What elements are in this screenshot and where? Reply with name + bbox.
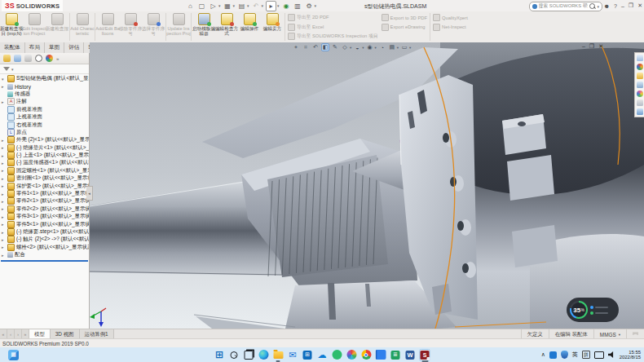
tree-item-component[interactable]: ▸零件1<1> (默认<<默认>_显示状态 xyxy=(0,190,89,197)
photos-app-icon[interactable] xyxy=(346,350,357,360)
toolbox-icon[interactable] xyxy=(637,73,643,79)
ime-pinyin-indicator[interactable]: 拼 xyxy=(582,351,590,359)
taskbar-clock[interactable]: 15:55 2022/8/15 xyxy=(620,350,641,360)
select-cursor-icon[interactable]: ▸ xyxy=(266,1,276,11)
login-user-icon[interactable]: ☻ xyxy=(603,2,610,10)
export-excel-button[interactable]: 导出至 Excel xyxy=(288,24,378,31)
hidden-icons-chevron[interactable]: ∧ xyxy=(541,351,545,358)
tree-item-component[interactable]: ▸零件2<1> (默认<<默认>_显示状态 xyxy=(0,197,89,205)
green-circle-app-icon[interactable] xyxy=(332,350,342,360)
undo-caret[interactable]: ▾ xyxy=(262,3,264,8)
file-explorer-pane-icon[interactable] xyxy=(637,82,643,88)
file-properties-icon[interactable]: ▥ xyxy=(293,2,302,11)
rebuild-icon[interactable]: ◉ xyxy=(282,2,291,11)
tab-sketch[interactable]: 草图 xyxy=(45,42,64,53)
edge-icon[interactable] xyxy=(258,350,269,360)
design-library-icon[interactable] xyxy=(637,64,643,70)
forum-icon[interactable] xyxy=(637,108,643,115)
tree-item-component[interactable]: ▸保护套<1> (默认<<默认>_显示状 xyxy=(0,182,89,189)
green-square-app-icon[interactable]: ≣ xyxy=(390,350,401,360)
panel-tabs-overflow[interactable]: » xyxy=(56,56,59,61)
widgets-icon[interactable]: ▦ xyxy=(8,350,19,360)
tree-item-component[interactable]: ▸(-) 绝缘套.step<1> (默认<<默认> xyxy=(0,228,89,236)
appearances-scenes-icon[interactable] xyxy=(637,90,643,97)
ribbon-remove-balloons-button[interactable]: 移除零件序号 xyxy=(119,11,142,41)
view-settings-icon[interactable]: ▭ xyxy=(400,43,408,51)
save-icon[interactable]: ▦ xyxy=(223,2,232,11)
zoom-area-icon[interactable]: ⌗ xyxy=(302,43,310,51)
tree-item-mates[interactable]: ▸配合 xyxy=(0,251,89,258)
view-orientation-caret[interactable]: ▾ xyxy=(350,46,351,50)
property-manager-tab-icon[interactable] xyxy=(14,55,21,62)
export-2d-pdf-button[interactable]: 导出至 2D PDF xyxy=(288,14,378,21)
tree-item-component[interactable]: ▸零件5<1> (默认<<默认>_显示状态 xyxy=(0,220,89,227)
help-button[interactable]: ? xyxy=(614,3,617,9)
ribbon-edit-inspection-project-button[interactable]: Edit Inspection Project xyxy=(23,11,46,41)
tree-item-component[interactable]: ▸外壳 (2)<1> (默认<<默认>_显示状 xyxy=(0,136,89,143)
display-manager-tab-icon[interactable] xyxy=(46,55,53,62)
ribbon-add-characteristic-button[interactable]: Add Characteristic xyxy=(71,11,94,41)
task-view-icon[interactable] xyxy=(244,350,254,360)
doc-close-button[interactable]: ✕ xyxy=(598,43,603,50)
export-3d-pdf-button[interactable]: Export to 3D PDF xyxy=(382,14,427,21)
tree-item-front-plane[interactable]: ▸前视基准面 xyxy=(0,106,89,113)
tree-item-component[interactable]: ▸(-) 绝缘垫片<1> (默认<<默认>_显 xyxy=(0,144,89,152)
print-icon[interactable]: ▤ xyxy=(237,2,246,11)
edit-appearance-icon[interactable]: ◔ xyxy=(378,43,386,51)
doc-restore-button[interactable]: ❐ xyxy=(589,43,594,50)
qualityxpert-button[interactable]: QualityXpert xyxy=(433,14,468,21)
ribbon-select-balloons-button[interactable]: 选择零件序号 xyxy=(142,11,165,41)
doc-minimize-button[interactable]: – xyxy=(582,43,585,50)
graphics-viewport[interactable]: ⌖ ⌗ ↶ ◧ ✎ ◇▾ ◒▾ ◉▾ ◔ ▤▾ ▭▾ – ❐ ✕ 35% xyxy=(90,42,644,329)
annotation-views-icon[interactable]: ✎ xyxy=(331,43,339,51)
tree-item-component[interactable]: ▸(-) 触片 (2)<2> ->? (默认<<默认> xyxy=(0,236,89,243)
tree-item-annotations[interactable]: ▸A注解 xyxy=(0,98,89,105)
new-document-icon[interactable]: ▢ xyxy=(197,2,206,11)
tray-blue-app-icon[interactable] xyxy=(549,351,557,359)
search-box[interactable]: 搜索 SOLIDWORKS 帮助 ▾ xyxy=(529,2,602,11)
custom-properties-icon[interactable] xyxy=(637,99,643,106)
tray-shield-icon[interactable] xyxy=(561,351,568,359)
restore-button[interactable]: ❐ xyxy=(629,2,633,9)
solidworks-resources-icon[interactable] xyxy=(637,55,643,61)
tree-item-component[interactable]: ▸零件2<2> (默认<<默认>_显示状态 xyxy=(0,205,89,213)
solidworks-taskbar-icon[interactable]: S xyxy=(420,350,430,360)
export-edrawing-button[interactable]: Export eDrawing xyxy=(382,24,427,31)
taskbar-search-icon[interactable] xyxy=(229,350,240,360)
ribbon-new-inspection-project-button[interactable]: 新建检查项目 (imp;N) xyxy=(0,11,23,41)
save-caret[interactable]: ▾ xyxy=(233,3,236,8)
w-app-icon[interactable]: W xyxy=(405,350,416,360)
configuration-manager-tab-icon[interactable] xyxy=(24,55,32,62)
tree-item-sensors[interactable]: ▸传感器 xyxy=(0,90,89,98)
volume-icon[interactable] xyxy=(608,351,615,358)
net-inspect-button[interactable]: Net-Inspect xyxy=(433,24,468,31)
tab-evaluate[interactable]: 评估 xyxy=(64,42,84,53)
filter-caret[interactable]: ▾ xyxy=(11,67,14,72)
panel-splitter-handle[interactable]: ◂ xyxy=(86,186,93,201)
hide-show-caret[interactable]: ▾ xyxy=(375,46,377,50)
search-caret[interactable]: ▾ xyxy=(597,4,599,9)
rollback-bar[interactable] xyxy=(1,260,88,262)
previous-view-icon[interactable]: ↶ xyxy=(311,43,320,51)
ime-language-indicator[interactable]: 英 xyxy=(572,351,578,359)
ribbon-update-inspection-project-button[interactable]: Update Inspection Project xyxy=(167,11,190,41)
select-caret[interactable]: ▾ xyxy=(277,3,280,8)
start-button[interactable]: ⊞ xyxy=(214,350,225,360)
tree-item-top-plane[interactable]: ▸上视基准面 xyxy=(0,113,89,121)
open-caret[interactable]: ▾ xyxy=(218,3,221,8)
display-style-caret[interactable]: ▾ xyxy=(362,46,364,50)
view-settings-caret[interactable]: ▾ xyxy=(409,46,411,50)
tab-assembly[interactable]: 装配体 xyxy=(0,42,25,53)
zoom-fit-icon[interactable]: ⌖ xyxy=(292,43,300,51)
print-caret[interactable]: ▾ xyxy=(247,3,249,8)
menu-expand-arrow[interactable]: ▸ xyxy=(52,2,55,9)
minimize-button[interactable]: – xyxy=(621,3,624,9)
tree-item-component[interactable]: ▸零件3<1> (默认<<默认>_显示状态 xyxy=(0,213,89,220)
tree-item-history[interactable]: ▸History xyxy=(0,82,89,90)
ribbon-launch-template-editor-button[interactable]: 启动模板编辑器 xyxy=(192,11,215,41)
view-orientation-icon[interactable]: ◇ xyxy=(341,43,349,51)
tree-item-component[interactable]: ▸固定螺栓<1> (默认<<默认>_显示状 xyxy=(0,167,89,174)
options-gear-icon[interactable]: ⚙ xyxy=(305,2,314,11)
ribbon-edit-operations-button[interactable]: 编辑操作 xyxy=(238,11,261,41)
feature-manager-tab-icon[interactable] xyxy=(3,55,11,62)
